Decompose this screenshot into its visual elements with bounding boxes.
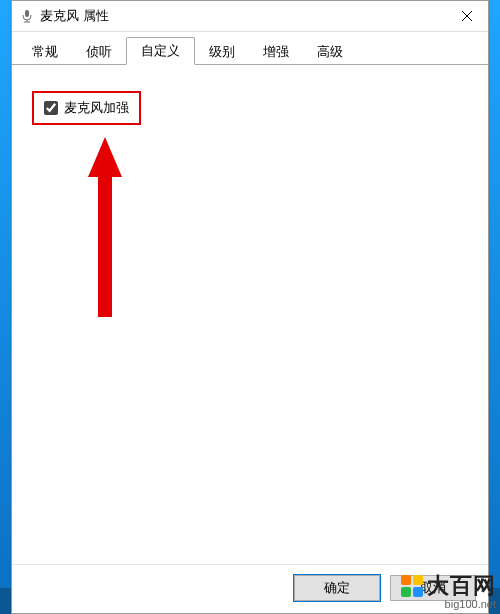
tab-label: 侦听 [86,44,112,59]
annotation-arrow-up-icon [88,137,122,317]
ok-button[interactable]: 确定 [294,575,380,601]
tab-enhance[interactable]: 增强 [249,39,303,65]
cancel-button-label: 取消 [420,580,446,595]
taskbar-sliver-right [489,588,500,614]
desktop-sliver-right [489,0,500,614]
desktop-sliver-left [0,0,11,614]
mic-boost-label[interactable]: 麦克风加强 [64,99,129,117]
tab-label: 常规 [32,44,58,59]
svg-marker-5 [88,137,122,317]
tab-label: 增强 [263,44,289,59]
dialog-button-row: 确定 取消 [12,564,488,613]
tab-row: 常规 侦听 自定义 级别 增强 高级 [12,32,488,65]
tab-label: 级别 [209,44,235,59]
tab-label: 自定义 [141,43,180,58]
window-title: 麦克风 属性 [40,7,446,25]
svg-rect-0 [25,10,29,17]
tab-label: 高级 [317,44,343,59]
close-icon [462,11,472,21]
tab-listen[interactable]: 侦听 [72,39,126,65]
tab-custom[interactable]: 自定义 [126,37,195,65]
tab-general[interactable]: 常规 [18,39,72,65]
titlebar[interactable]: 麦克风 属性 [12,1,488,32]
tab-levels[interactable]: 级别 [195,39,249,65]
microphone-icon [20,9,34,23]
tab-advanced[interactable]: 高级 [303,39,357,65]
cancel-button[interactable]: 取消 [390,575,476,601]
microphone-properties-dialog: 麦克风 属性 常规 侦听 自定义 级别 增强 高级 麦克风加强 确定 取消 [11,0,489,614]
ok-button-label: 确定 [324,580,350,595]
mic-boost-checkbox-highlight: 麦克风加强 [32,91,141,125]
tab-pane-custom: 麦克风加强 [12,65,488,564]
mic-boost-checkbox[interactable] [44,101,58,115]
close-button[interactable] [446,1,488,31]
taskbar-sliver-left [0,588,11,614]
